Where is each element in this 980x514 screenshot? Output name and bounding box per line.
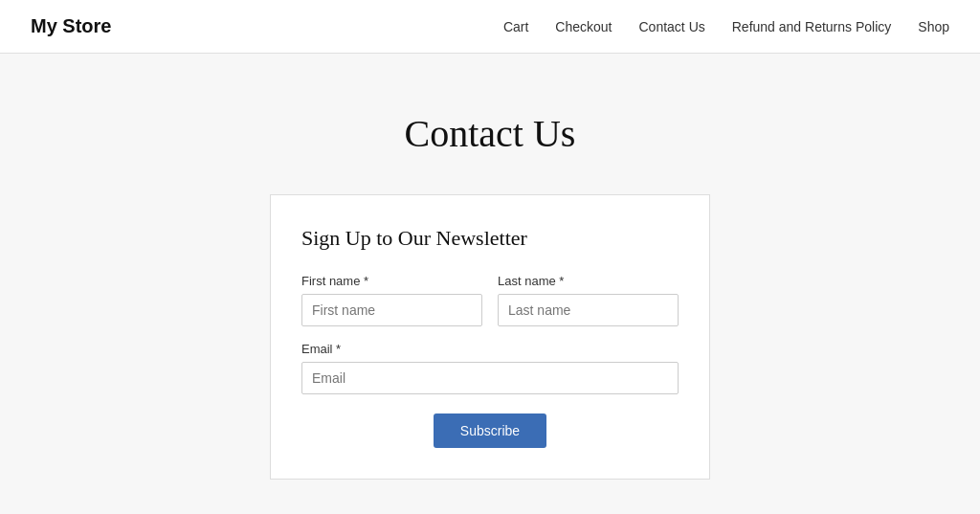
main-nav: Cart Checkout Contact Us Refund and Retu…: [503, 19, 949, 34]
nav-refund-policy[interactable]: Refund and Returns Policy: [732, 19, 892, 34]
site-header: My Store Cart Checkout Contact Us Refund…: [0, 0, 980, 54]
main-content: Contact Us Sign Up to Our Newsletter Fir…: [0, 54, 980, 480]
last-name-label: Last name *: [498, 274, 679, 288]
site-title[interactable]: My Store: [31, 15, 111, 37]
newsletter-form-card: Sign Up to Our Newsletter First name * L…: [270, 194, 710, 480]
form-subtitle: Sign Up to Our Newsletter: [301, 226, 679, 251]
nav-shop[interactable]: Shop: [918, 19, 949, 34]
last-name-group: Last name *: [498, 274, 679, 326]
first-name-label: First name *: [301, 274, 482, 288]
nav-checkout[interactable]: Checkout: [555, 19, 612, 34]
nav-contact-us[interactable]: Contact Us: [639, 19, 705, 34]
last-name-input[interactable]: [498, 294, 679, 326]
first-name-group: First name *: [301, 274, 482, 326]
subscribe-row: Subscribe: [301, 413, 679, 448]
email-group: Email *: [301, 342, 679, 394]
subscribe-button[interactable]: Subscribe: [434, 413, 546, 448]
email-input[interactable]: [301, 362, 679, 394]
first-name-input[interactable]: [301, 294, 482, 326]
email-label: Email *: [301, 342, 679, 356]
page-title: Contact Us: [405, 111, 576, 156]
name-row: First name * Last name *: [301, 274, 679, 326]
nav-cart[interactable]: Cart: [503, 19, 528, 34]
